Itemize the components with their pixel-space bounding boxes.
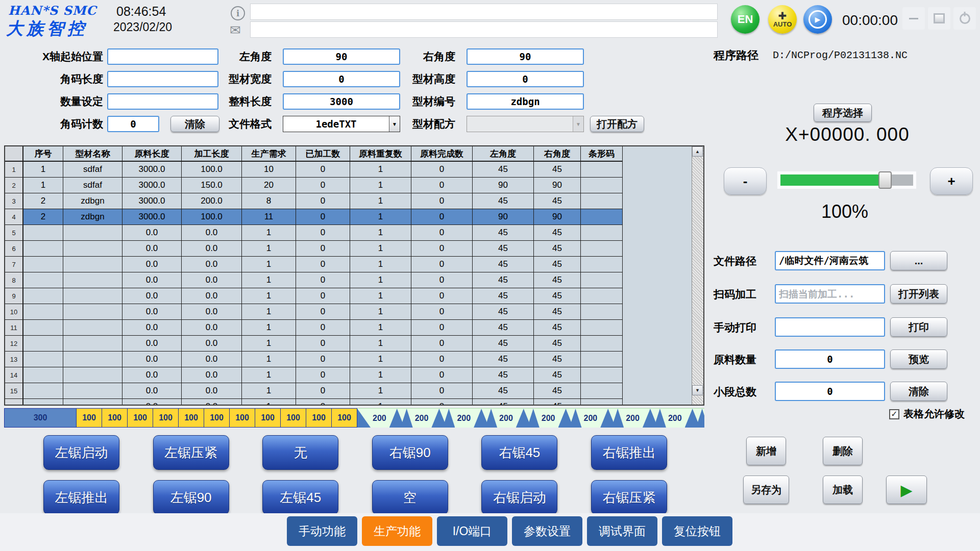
table-cell[interactable]: 45 bbox=[534, 193, 581, 209]
table-cell[interactable] bbox=[581, 193, 623, 209]
speed-plus-button[interactable]: + bbox=[930, 167, 973, 195]
table-cell[interactable]: 0.0 bbox=[182, 241, 242, 257]
field-input-left-3[interactable] bbox=[107, 116, 159, 132]
table-cell[interactable]: 45 bbox=[534, 272, 581, 288]
table-cell[interactable]: 1 bbox=[242, 225, 296, 241]
table-cell[interactable] bbox=[23, 352, 63, 367]
table-cell[interactable]: 0.0 bbox=[182, 399, 242, 406]
table-cell[interactable]: 45 bbox=[473, 225, 534, 241]
table-cell[interactable]: 45 bbox=[473, 257, 534, 272]
table-cell[interactable]: 45 bbox=[534, 399, 581, 406]
table-cell[interactable]: 0 bbox=[411, 367, 473, 383]
table-cell[interactable] bbox=[63, 367, 122, 383]
table-cell[interactable]: 1 bbox=[242, 288, 296, 304]
table-cell[interactable] bbox=[581, 178, 623, 193]
table-cell[interactable] bbox=[23, 304, 63, 320]
table-cell[interactable]: 1 bbox=[350, 399, 411, 406]
field-input-right-0[interactable] bbox=[467, 48, 584, 65]
table-cell[interactable]: 200.0 bbox=[182, 193, 242, 209]
table-cell[interactable]: zdbgn bbox=[63, 193, 122, 209]
minimize-button[interactable] bbox=[902, 7, 925, 30]
table-cell[interactable] bbox=[581, 336, 623, 352]
table-cell[interactable]: 0 bbox=[296, 162, 350, 178]
nav-button-1[interactable]: 生产功能 bbox=[362, 516, 432, 546]
saw-button-row2-4[interactable]: 右锯启动 bbox=[481, 480, 557, 515]
side-field-button-4[interactable]: 清除 bbox=[890, 382, 947, 401]
table-cell[interactable] bbox=[581, 304, 623, 320]
table-cell[interactable] bbox=[63, 257, 122, 272]
table-cell[interactable]: sdfaf bbox=[63, 178, 122, 193]
table-cell[interactable]: 45 bbox=[534, 257, 581, 272]
side-field-input-2[interactable] bbox=[775, 317, 885, 337]
table-cell[interactable]: 45 bbox=[534, 304, 581, 320]
table-cell[interactable]: 0.0 bbox=[122, 320, 182, 336]
table-cell[interactable]: 0.0 bbox=[122, 399, 182, 406]
table-cell[interactable]: 1 bbox=[350, 209, 411, 225]
side-field-button-0[interactable]: ... bbox=[890, 251, 947, 270]
saw-button-row1-1[interactable]: 左锯压紧 bbox=[153, 435, 229, 470]
side-field-input-0[interactable] bbox=[775, 251, 885, 270]
speed-slider-thumb[interactable] bbox=[878, 171, 892, 189]
table-cell[interactable]: 100.0 bbox=[182, 209, 242, 225]
table-cell[interactable]: 45 bbox=[534, 352, 581, 367]
table-cell[interactable]: 0 bbox=[411, 272, 473, 288]
table-cell[interactable]: 0 bbox=[296, 193, 350, 209]
scroll-up-icon[interactable]: ▲ bbox=[692, 146, 703, 157]
side-field-button-1[interactable]: 打开列表 bbox=[890, 284, 947, 304]
table-cell[interactable]: 1 bbox=[242, 304, 296, 320]
table-cell[interactable] bbox=[63, 272, 122, 288]
table-cell[interactable]: 45 bbox=[473, 399, 534, 406]
table-cell[interactable]: 1 bbox=[350, 162, 411, 178]
field-input-left-0[interactable] bbox=[107, 48, 218, 65]
table-cell[interactable]: 0 bbox=[411, 352, 473, 367]
table-cell[interactable] bbox=[581, 241, 623, 257]
table-cell[interactable]: 0 bbox=[296, 257, 350, 272]
table-cell[interactable]: 1 bbox=[242, 336, 296, 352]
side-field-input-3[interactable] bbox=[775, 349, 885, 369]
table-cell[interactable]: 1 bbox=[350, 288, 411, 304]
table-cell[interactable]: 45 bbox=[473, 241, 534, 257]
table-cell[interactable]: 0 bbox=[296, 288, 350, 304]
table-cell[interactable]: zdbgn bbox=[63, 209, 122, 225]
table-cell[interactable]: 90 bbox=[473, 209, 534, 225]
table-cell[interactable] bbox=[581, 272, 623, 288]
table-cell[interactable]: 0.0 bbox=[122, 304, 182, 320]
table-cell[interactable]: 0 bbox=[296, 209, 350, 225]
table-cell[interactable] bbox=[581, 320, 623, 336]
table-cell[interactable] bbox=[581, 352, 623, 367]
table-cell[interactable]: 0.0 bbox=[122, 241, 182, 257]
table-scrollbar[interactable]: ▲ ▼ bbox=[692, 146, 703, 405]
nav-button-4[interactable]: 调试界面 bbox=[587, 516, 657, 546]
table-cell[interactable]: 0.0 bbox=[182, 304, 242, 320]
table-cell[interactable]: 45 bbox=[534, 162, 581, 178]
table-edit-checkbox[interactable]: ✓ 表格允许修改 bbox=[889, 407, 965, 421]
table-cell[interactable]: 1 bbox=[242, 241, 296, 257]
table-cell[interactable]: 45 bbox=[473, 193, 534, 209]
table-cell[interactable]: 1 bbox=[242, 399, 296, 406]
table-cell[interactable]: sdfaf bbox=[63, 162, 122, 178]
table-cell[interactable] bbox=[581, 209, 623, 225]
combo-mid-3[interactable]: 1edeTXT▼ bbox=[283, 116, 400, 132]
saw-button-row1-3[interactable]: 右锯90 bbox=[372, 435, 448, 470]
saw-button-row2-3[interactable]: 空 bbox=[372, 480, 448, 515]
table-cell[interactable]: 0 bbox=[296, 320, 350, 336]
table-cell[interactable]: 0 bbox=[296, 304, 350, 320]
table-cell[interactable]: 45 bbox=[473, 320, 534, 336]
table-cell[interactable]: 0 bbox=[411, 320, 473, 336]
table-cell[interactable]: 0 bbox=[411, 193, 473, 209]
program-select-button[interactable]: 程序选择 bbox=[814, 104, 872, 122]
start-run-button[interactable]: ▶ bbox=[886, 475, 927, 504]
table-cell[interactable]: 45 bbox=[473, 352, 534, 367]
table-cell[interactable]: 45 bbox=[534, 367, 581, 383]
table-cell[interactable]: 10 bbox=[242, 162, 296, 178]
table-cell[interactable]: 45 bbox=[534, 241, 581, 257]
table-cell[interactable]: 1 bbox=[242, 320, 296, 336]
table-cell[interactable]: 0 bbox=[411, 288, 473, 304]
table-cell[interactable]: 0 bbox=[296, 336, 350, 352]
table-cell[interactable]: 1 bbox=[350, 272, 411, 288]
table-cell[interactable]: 0 bbox=[411, 257, 473, 272]
table-cell[interactable]: 0.0 bbox=[182, 225, 242, 241]
field-input-left-1[interactable] bbox=[107, 71, 218, 87]
table-cell[interactable] bbox=[63, 336, 122, 352]
table-cell[interactable] bbox=[63, 225, 122, 241]
